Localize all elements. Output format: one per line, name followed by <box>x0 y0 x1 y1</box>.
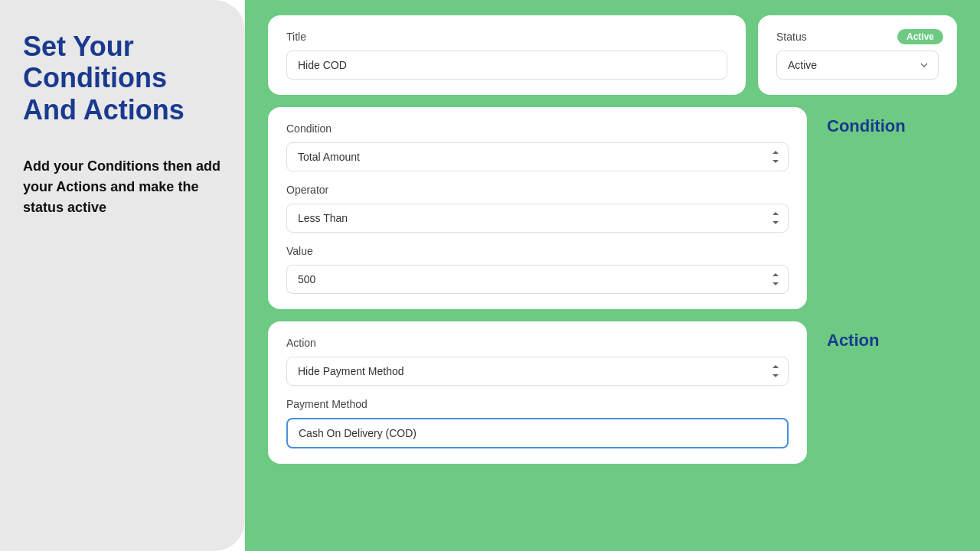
status-select[interactable]: Active Inactive <box>776 51 939 80</box>
value-group: 500 <box>286 265 789 294</box>
condition-card: Condition Total Amount Subtotal Quantity… <box>268 107 807 309</box>
sidebar: Set Your Conditions And Actions Add your… <box>0 0 245 551</box>
active-badge: Active <box>897 29 943 44</box>
payment-method-input[interactable] <box>286 418 789 448</box>
main-content: Title Active Status Active Inactive Cond… <box>245 0 980 551</box>
top-row: Title Active Status Active Inactive <box>268 15 957 95</box>
condition-group: Total Amount Subtotal Quantity <box>286 142 789 171</box>
condition-section-heading: Condition <box>819 107 957 136</box>
action-card: Action Hide Payment Method Show Payment … <box>268 321 807 464</box>
sidebar-description: Add your Conditions then add your Action… <box>23 156 222 218</box>
action-section-heading: Action <box>819 321 957 350</box>
payment-method-label: Payment Method <box>286 398 789 410</box>
operator-group: Less Than Greater Than Equal To <box>286 204 789 233</box>
title-label: Title <box>286 31 727 43</box>
action-label: Action <box>286 337 789 349</box>
payment-method-group <box>286 418 789 448</box>
title-card: Title <box>268 15 746 95</box>
action-row: Action Hide Payment Method Show Payment … <box>268 321 957 464</box>
action-select[interactable]: Hide Payment Method Show Payment Method <box>286 357 789 386</box>
value-label: Value <box>286 245 789 257</box>
value-select[interactable]: 500 <box>286 265 789 294</box>
operator-label: Operator <box>286 184 789 196</box>
condition-row: Condition Total Amount Subtotal Quantity… <box>268 107 957 309</box>
action-group: Hide Payment Method Show Payment Method <box>286 357 789 386</box>
condition-section-label: Condition <box>286 122 789 135</box>
condition-select[interactable]: Total Amount Subtotal Quantity <box>286 142 789 171</box>
title-input[interactable] <box>286 51 727 80</box>
sidebar-title: Set Your Conditions And Actions <box>23 31 222 126</box>
status-card: Active Status Active Inactive <box>758 15 957 95</box>
operator-select[interactable]: Less Than Greater Than Equal To <box>286 204 789 233</box>
